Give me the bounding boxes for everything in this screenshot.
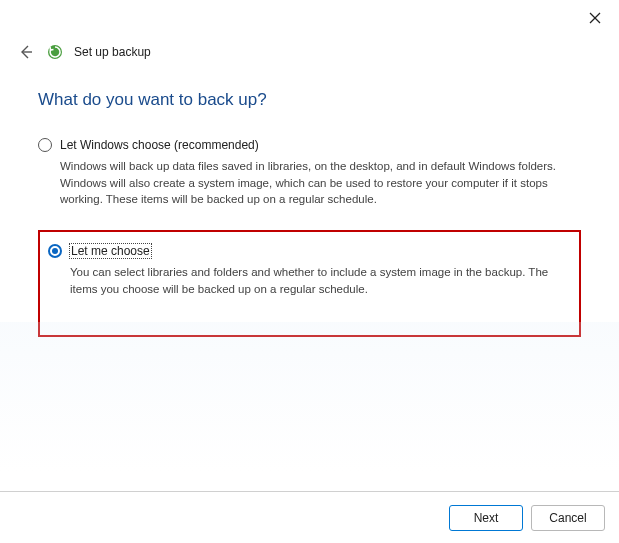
highlight-annotation: Let me choose You can select libraries a… — [38, 230, 581, 337]
close-icon — [589, 12, 601, 24]
cancel-button[interactable]: Cancel — [531, 505, 605, 531]
radio-let-me-choose[interactable] — [48, 244, 62, 258]
setup-backup-dialog: Set up backup What do you want to back u… — [0, 0, 619, 543]
content-area: What do you want to back up? Let Windows… — [0, 62, 619, 491]
option-let-me-choose-label: Let me choose — [70, 244, 151, 258]
header: Set up backup — [0, 36, 619, 62]
window-title: Set up backup — [74, 45, 151, 59]
titlebar — [0, 0, 619, 36]
backup-icon — [46, 43, 64, 61]
footer: Next Cancel — [0, 491, 619, 543]
back-button[interactable] — [16, 42, 36, 62]
option-windows-choose[interactable]: Let Windows choose (recommended) Windows… — [38, 136, 581, 210]
option-let-me-choose-desc: You can select libraries and folders and… — [70, 264, 571, 297]
back-arrow-icon — [18, 44, 34, 60]
next-button[interactable]: Next — [449, 505, 523, 531]
radio-windows-choose[interactable] — [38, 138, 52, 152]
option-windows-choose-desc: Windows will back up data files saved in… — [60, 158, 580, 208]
option-windows-choose-label: Let Windows choose (recommended) — [60, 138, 259, 152]
option-let-me-choose[interactable]: Let me choose You can select libraries a… — [48, 242, 571, 299]
page-heading: What do you want to back up? — [38, 90, 581, 110]
close-button[interactable] — [581, 6, 609, 30]
